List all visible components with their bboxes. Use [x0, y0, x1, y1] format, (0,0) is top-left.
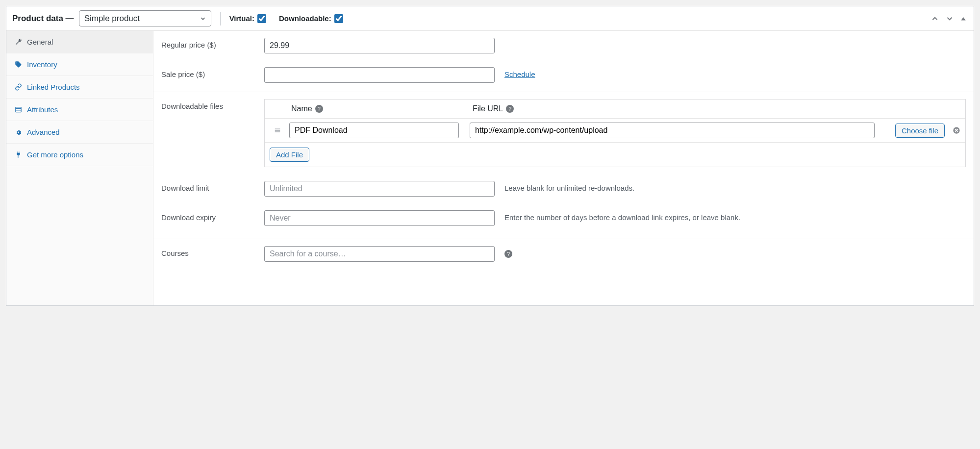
- choose-file-button[interactable]: Choose file: [895, 124, 945, 138]
- panel-header: Product data — Simple product Virtual: D…: [6, 6, 974, 31]
- tab-general[interactable]: General: [6, 31, 153, 53]
- dl-file-name-input[interactable]: [289, 123, 459, 138]
- downloadable-files-label: Downloadable files: [161, 99, 254, 110]
- download-limit-row: Download limit Leave blank for unlimited…: [153, 174, 974, 203]
- download-expiry-help: Enter the number of days before a downlo…: [504, 210, 966, 222]
- tab-label: Advanced: [27, 128, 60, 136]
- toggle-panel-icon[interactable]: [959, 14, 968, 23]
- downloadable-label-text: Downloadable:: [279, 14, 331, 23]
- move-up-icon[interactable]: [930, 13, 940, 24]
- dl-name-header: Name: [291, 104, 312, 113]
- help-icon[interactable]: ?: [504, 250, 512, 258]
- regular-price-row: Regular price ($): [153, 31, 974, 60]
- regular-price-label: Regular price ($): [161, 38, 254, 49]
- download-expiry-label: Download expiry: [161, 210, 254, 222]
- product-type-select[interactable]: Simple product: [79, 10, 211, 26]
- tab-get-more-options[interactable]: Get more options: [6, 144, 153, 166]
- dl-table-header: Name ? File URL ?: [265, 100, 965, 118]
- drag-handle-icon[interactable]: [270, 127, 285, 134]
- dl-file-row: Choose file: [265, 118, 965, 142]
- sale-price-label: Sale price ($): [161, 67, 254, 78]
- header-checks: Virtual: Downloadable:: [229, 14, 343, 23]
- tab-label: Linked Products: [27, 83, 80, 91]
- schedule-link[interactable]: Schedule: [504, 70, 535, 78]
- download-limit-input[interactable]: [264, 181, 495, 197]
- tab-linked-products[interactable]: Linked Products: [6, 76, 153, 99]
- dl-table-footer: Add File: [265, 142, 965, 167]
- courses-search-input[interactable]: [264, 246, 495, 262]
- courses-row: Courses ?: [153, 239, 974, 269]
- download-expiry-row: Download expiry Enter the number of days…: [153, 203, 974, 233]
- help-icon[interactable]: ?: [315, 105, 323, 113]
- tab-label: General: [27, 38, 53, 46]
- tab-advanced[interactable]: Advanced: [6, 121, 153, 144]
- downloadable-checkbox-label[interactable]: Downloadable:: [279, 14, 343, 23]
- downloadable-files-table: Name ? File URL ?: [264, 99, 966, 167]
- download-limit-help: Leave blank for unlimited re-downloads.: [504, 181, 966, 192]
- product-data-panel: Product data — Simple product Virtual: D…: [6, 6, 974, 306]
- add-file-button[interactable]: Add File: [270, 148, 309, 162]
- dl-file-url-input[interactable]: [470, 123, 875, 138]
- virtual-checkbox[interactable]: [257, 14, 266, 23]
- product-tabs: General Inventory Linked Products: [6, 31, 153, 305]
- courses-label: Courses: [161, 246, 254, 257]
- download-expiry-input[interactable]: [264, 210, 495, 226]
- tab-content-general: Regular price ($) Sale price ($) Schedul…: [153, 31, 974, 305]
- tab-label: Attributes: [27, 105, 58, 114]
- wrench-icon: [14, 38, 22, 46]
- sale-price-row: Sale price ($) Schedule: [153, 60, 974, 90]
- panel-body: General Inventory Linked Products: [6, 31, 974, 305]
- svg-rect-1: [15, 107, 21, 112]
- tab-attributes[interactable]: Attributes: [6, 99, 153, 121]
- regular-price-input[interactable]: [264, 38, 495, 53]
- svg-marker-0: [961, 17, 965, 20]
- list-icon: [14, 106, 22, 114]
- link-icon: [14, 83, 22, 91]
- separator: [220, 12, 221, 25]
- download-limit-label: Download limit: [161, 181, 254, 192]
- tab-label: Get more options: [27, 150, 83, 159]
- downloadable-files-row: Downloadable files Name ? File URL ?: [153, 92, 974, 174]
- sale-price-input[interactable]: [264, 67, 495, 83]
- gear-icon: [14, 128, 22, 136]
- virtual-checkbox-label[interactable]: Virtual:: [229, 14, 266, 23]
- tag-icon: [14, 61, 22, 69]
- panel-header-controls: [930, 13, 968, 24]
- plug-icon: [14, 151, 22, 159]
- dl-url-header: File URL: [473, 104, 503, 113]
- tab-inventory[interactable]: Inventory: [6, 53, 153, 76]
- help-icon[interactable]: ?: [506, 105, 514, 113]
- downloadable-checkbox[interactable]: [334, 14, 343, 23]
- virtual-label-text: Virtual:: [229, 14, 254, 23]
- delete-file-icon[interactable]: [953, 126, 960, 134]
- move-down-icon[interactable]: [944, 13, 955, 24]
- panel-title: Product data —: [12, 14, 74, 24]
- tab-label: Inventory: [27, 60, 57, 69]
